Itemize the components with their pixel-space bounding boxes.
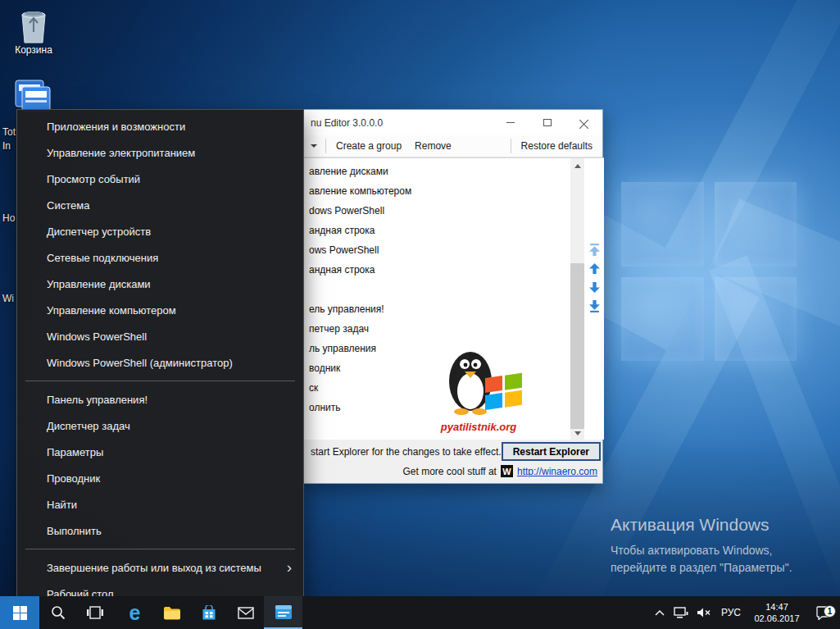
menu-item-apps-features[interactable]: Приложения и возможности (17, 113, 303, 139)
scrollbar-thumb[interactable] (570, 263, 584, 429)
restart-explorer-button[interactable]: Restart Explorer (502, 442, 601, 461)
menu-item-power-options[interactable]: Управление электропитанием (17, 139, 303, 166)
scroll-up-button[interactable] (570, 158, 584, 171)
list-item[interactable]: авление компьютером (304, 181, 570, 201)
volume-muted-icon (697, 607, 712, 618)
menu-item-control-panel[interactable]: Панель управления! (17, 386, 303, 412)
winx-editor-taskbar-button[interactable] (264, 596, 302, 629)
menu-item-powershell-admin[interactable]: Windows PowerShell (администратор) (17, 349, 303, 376)
clock-date: 02.06.2017 (754, 613, 799, 624)
winaero-logo-icon: W (501, 465, 513, 477)
toolbar-separator (511, 139, 511, 153)
menu-item-powershell[interactable]: Windows PowerShell (17, 323, 303, 349)
minimize-button[interactable] (492, 110, 529, 135)
desktop-icon-label-fragment[interactable]: Wi (2, 292, 14, 306)
editor-toolbar: Create a group Remove Restore defaults (304, 135, 602, 157)
list-item[interactable]: авление дисками (304, 162, 570, 181)
minimize-icon (506, 122, 515, 123)
menu-separator (25, 381, 295, 381)
list-item[interactable]: ows PowerShell (304, 240, 570, 260)
close-icon (579, 118, 588, 127)
maximize-button[interactable] (529, 110, 565, 135)
restart-note-row: start Explorer for the changes to take e… (304, 440, 604, 463)
create-group-button[interactable]: Create a group (329, 137, 408, 155)
start-button[interactable] (0, 596, 39, 629)
file-explorer-button[interactable] (153, 596, 190, 629)
desktop-icon-label-fragment[interactable]: Ho (2, 212, 15, 226)
volume-button[interactable] (692, 596, 715, 629)
restart-note: start Explorer for the changes to take e… (311, 446, 502, 458)
list-item[interactable]: андная строка (304, 260, 570, 280)
menu-item-task-manager[interactable]: Диспетчер задач (17, 412, 303, 439)
menu-item-run[interactable]: Выполнить (17, 517, 303, 544)
winaero-footer: Get more cool stuff at W http://winaero.… (402, 465, 597, 477)
penguin-logo (428, 345, 529, 421)
toolbar-separator (325, 139, 326, 153)
clock-time: 14:47 (765, 601, 788, 613)
edge-browser-button[interactable]: e (116, 596, 153, 629)
list-item[interactable]: андная строка (304, 221, 570, 240)
menu-item-system[interactable]: Система (17, 192, 303, 218)
maximize-icon (543, 119, 552, 126)
move-to-bottom-button[interactable] (588, 300, 601, 312)
move-up-button[interactable] (588, 262, 601, 275)
menu-item-file-explorer[interactable]: Проводник (17, 465, 303, 491)
restore-defaults-button[interactable]: Restore defaults (515, 137, 599, 155)
desktop-icon-label: Корзина (15, 44, 52, 56)
chevron-down-icon[interactable] (311, 144, 317, 151)
desktop-icon-recycle-bin[interactable]: Корзина (10, 5, 57, 56)
pyatilistnik-watermark: pyatilistnik.org (425, 345, 532, 433)
list-group-row[interactable] (304, 280, 570, 299)
shortcut-list-area: авление дисками авление компьютером dows… (304, 157, 604, 440)
desktop-icon-label-fragment[interactable]: Tot In (2, 125, 16, 153)
submenu-chevron-icon: › (287, 559, 292, 575)
list-scrollbar[interactable] (570, 158, 584, 440)
folder-icon (163, 606, 181, 620)
menu-item-device-manager[interactable]: Диспетчер устройств (17, 218, 303, 244)
arrow-up-icon (574, 161, 581, 168)
activation-line: Чтобы активировать Windows, (611, 542, 829, 559)
winaero-link[interactable]: http://winaero.com (517, 466, 597, 477)
menu-item-settings[interactable]: Параметры (17, 439, 303, 465)
action-center-button[interactable]: 1 (807, 596, 840, 629)
winx-menu: Приложения и возможности Управление элек… (16, 109, 304, 611)
move-to-top-button[interactable] (588, 244, 601, 256)
taskbar-search-button[interactable] (39, 596, 76, 629)
arrow-down-icon (574, 431, 581, 439)
menu-item-disk-management[interactable]: Управление дисками (17, 271, 303, 297)
close-button[interactable] (565, 110, 602, 135)
task-view-button[interactable] (76, 596, 113, 629)
shortcut-list[interactable]: авление дисками авление компьютером dows… (304, 158, 570, 440)
mail-button[interactable] (227, 596, 264, 629)
watermark-text: pyatilistnik.org (425, 421, 532, 433)
menu-separator (25, 549, 295, 549)
footer-text: Get more cool stuff at (402, 466, 497, 477)
scroll-down-button[interactable] (570, 427, 584, 440)
list-item[interactable]: dows PowerShell (304, 201, 570, 221)
chevron-up-icon (655, 609, 665, 616)
menu-item-search[interactable]: Найти (17, 491, 303, 517)
remove-button[interactable]: Remove (408, 137, 458, 155)
list-item[interactable]: петчер задач (304, 319, 570, 339)
network-icon (674, 607, 688, 618)
store-button[interactable] (190, 596, 227, 629)
windows-logo-icon (13, 606, 27, 620)
edge-icon: e (129, 603, 141, 623)
menu-item-computer-management[interactable]: Управление компьютером (17, 297, 303, 323)
move-down-button[interactable] (588, 281, 601, 294)
task-view-icon (87, 606, 103, 619)
list-item[interactable]: ель управления! (304, 299, 570, 319)
window-titlebar[interactable]: nu Editor 3.0.0.0 (304, 110, 602, 135)
running-app-icon (275, 604, 293, 620)
menu-item-shutdown-signout[interactable]: Завершение работы или выход из системы › (17, 554, 303, 581)
activation-title: Активация Windows (611, 515, 829, 535)
system-tray: РУС 14:47 02.06.2017 1 (650, 596, 840, 629)
clock[interactable]: 14:47 02.06.2017 (747, 596, 807, 629)
language-indicator[interactable]: РУС (715, 596, 747, 629)
network-status-button[interactable] (670, 596, 692, 629)
menu-item-event-viewer[interactable]: Просмотр событий (17, 166, 303, 192)
show-hidden-icons-button[interactable] (650, 596, 670, 629)
notification-badge: 1 (824, 605, 836, 618)
menu-item-network-connections[interactable]: Сетевые подключения (17, 244, 303, 271)
reorder-buttons (584, 158, 604, 440)
